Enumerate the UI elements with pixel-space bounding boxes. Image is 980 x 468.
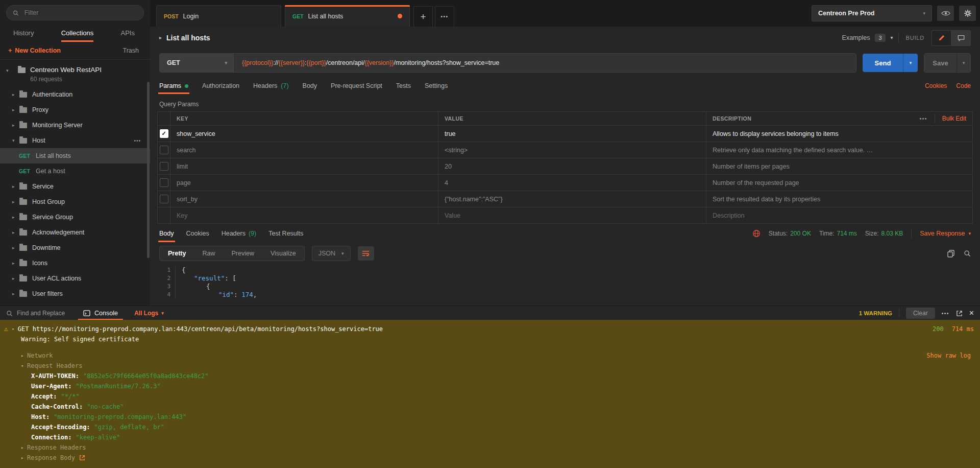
- param-key[interactable]: show_service: [170, 126, 438, 142]
- wrap-lines-button[interactable]: [358, 246, 374, 261]
- new-collection-button[interactable]: +New Collection: [8, 47, 61, 54]
- show-raw-log-link[interactable]: Show raw log: [926, 350, 975, 361]
- examples-label[interactable]: Examples: [842, 34, 870, 41]
- tab-settings[interactable]: Settings: [425, 77, 448, 95]
- console-network-section[interactable]: ▸ Network Show raw log: [4, 350, 975, 361]
- chevron-down-icon[interactable]: ▾: [12, 324, 18, 334]
- param-value[interactable]: 4: [438, 175, 706, 191]
- sidebar-item-get-a-host[interactable]: GETGet a host: [0, 163, 150, 179]
- method-selector[interactable]: GET ▾: [160, 54, 235, 72]
- save-options-button[interactable]: ▾: [957, 54, 970, 72]
- sidebar-item-service-group[interactable]: ▸Service Group: [0, 209, 150, 225]
- checkbox-unchecked[interactable]: [160, 178, 168, 187]
- tab-response-cookies[interactable]: Cookies: [186, 224, 209, 243]
- tab-response-body[interactable]: Body: [159, 224, 174, 243]
- network-warning-globe-icon[interactable]: [752, 229, 761, 238]
- comments-button[interactable]: [951, 30, 971, 46]
- param-value[interactable]: 20: [438, 158, 706, 174]
- code-link[interactable]: Code: [956, 82, 971, 89]
- sidebar-search[interactable]: [6, 5, 144, 20]
- bulk-edit-link[interactable]: Bulk Edit: [942, 115, 966, 122]
- checkbox-unchecked[interactable]: [160, 162, 168, 171]
- tab-test-results[interactable]: Test Results: [268, 224, 303, 243]
- search-response-icon[interactable]: [964, 250, 971, 257]
- chevron-right-icon[interactable]: ▸: [21, 453, 27, 463]
- send-button[interactable]: Send ▾: [863, 54, 918, 72]
- request-tab-list-all-hosts[interactable]: GETList all hosts: [285, 5, 410, 27]
- param-value[interactable]: <string>: [438, 142, 706, 158]
- param-description[interactable]: Sort the resulted data by its properties: [706, 191, 972, 207]
- tab-collections[interactable]: Collections: [61, 29, 94, 42]
- param-value[interactable]: true: [438, 126, 706, 142]
- sidebar-item-authentication[interactable]: ▸Authentication: [0, 87, 150, 102]
- tab-headers[interactable]: Headers(7): [253, 77, 289, 95]
- external-link-icon[interactable]: [79, 455, 85, 461]
- cookies-link[interactable]: Cookies: [925, 82, 947, 89]
- filter-input[interactable]: [23, 9, 137, 17]
- sidebar-item-acknowledgement[interactable]: ▸Acknowledgement: [0, 225, 150, 240]
- new-tab-button[interactable]: +: [413, 6, 433, 27]
- tab-authorization[interactable]: Authorization: [202, 77, 239, 95]
- more-actions-icon[interactable]: •••: [134, 138, 141, 144]
- tab-response-headers[interactable]: Headers(9): [222, 224, 257, 243]
- tab-history[interactable]: History: [13, 29, 34, 42]
- console-request-headers-section[interactable]: ▾ Request Headers: [4, 361, 975, 371]
- param-key[interactable]: search: [170, 142, 438, 158]
- view-preview[interactable]: Preview: [223, 246, 262, 261]
- save-button[interactable]: Save ▾: [924, 53, 971, 73]
- url-input[interactable]: {{protocol}}://{{server}}:{{port}}/centr…: [235, 54, 856, 72]
- param-key[interactable]: limit: [170, 158, 438, 174]
- tab-apis[interactable]: APIs: [121, 29, 135, 42]
- param-description[interactable]: Number of items per pages: [706, 158, 972, 174]
- console-response-headers-section[interactable]: ▸ Response Headers: [4, 442, 975, 453]
- checkbox-unchecked[interactable]: [160, 195, 168, 203]
- chevron-down-icon[interactable]: ▾: [21, 361, 27, 371]
- param-description[interactable]: Allows to display services belonging to …: [706, 126, 972, 142]
- chevron-right-icon[interactable]: ▸: [159, 35, 162, 40]
- chevron-down-icon[interactable]: ▾: [891, 35, 893, 40]
- sidebar-item-user-acl-actions[interactable]: ▸User ACL actions: [0, 271, 150, 286]
- find-and-replace-button[interactable]: Find and Replace: [6, 310, 65, 317]
- sidebar-item-host[interactable]: ▾Host•••: [0, 133, 150, 148]
- open-in-new-window-icon[interactable]: [956, 310, 963, 317]
- param-key[interactable]: page: [170, 175, 438, 191]
- copy-icon[interactable]: [947, 250, 954, 258]
- edit-request-button[interactable]: [932, 30, 951, 46]
- console-log[interactable]: ⚠ ▾ GET https://monitoring-preprod.compa…: [0, 320, 980, 468]
- format-selector[interactable]: JSON ▾: [312, 246, 351, 261]
- chevron-right-icon[interactable]: ▸: [21, 442, 27, 453]
- send-options-button[interactable]: ▾: [903, 54, 918, 72]
- view-raw[interactable]: Raw: [194, 246, 223, 261]
- clear-console-button[interactable]: Clear: [906, 308, 935, 319]
- sidebar-item-icons[interactable]: ▸Icons: [0, 255, 150, 271]
- environment-selector[interactable]: Centreon Pre Prod ▾: [812, 5, 932, 21]
- sidebar-item-service[interactable]: ▸Service: [0, 179, 150, 194]
- console-options-icon[interactable]: •••: [942, 311, 949, 316]
- param-description-placeholder[interactable]: Description: [706, 207, 972, 223]
- console-response-body-section[interactable]: ▸ Response Body: [4, 453, 975, 463]
- save-response-button[interactable]: Save Response▾: [920, 230, 971, 237]
- tab-options-button[interactable]: •••: [435, 6, 454, 27]
- view-visualize[interactable]: Visualize: [262, 246, 304, 261]
- log-filter-selector[interactable]: All Logs ▾: [134, 310, 164, 317]
- chevron-right-icon[interactable]: ▸: [21, 350, 27, 361]
- environment-quick-look-button[interactable]: [937, 6, 954, 21]
- sidebar-item-list-all-hosts[interactable]: GETList all hosts: [0, 148, 150, 163]
- settings-button[interactable]: [959, 6, 976, 21]
- close-console-icon[interactable]: ×: [969, 309, 974, 317]
- collection-root[interactable]: ▾ Centreon Web RestAPI 60 requests: [0, 60, 150, 87]
- console-tab[interactable]: Console: [78, 306, 123, 320]
- sidebar-item-downtime[interactable]: ▸Downtime: [0, 240, 150, 255]
- trash-button[interactable]: Trash: [123, 47, 139, 54]
- param-key-placeholder[interactable]: Key: [170, 207, 438, 223]
- request-tab-login[interactable]: POSTLogin: [156, 5, 281, 27]
- tab-body[interactable]: Body: [303, 77, 317, 95]
- sidebar-item-host-group[interactable]: ▸Host Group: [0, 194, 150, 209]
- sidebar-item-user-filters[interactable]: ▸User filters: [0, 286, 150, 301]
- sidebar-item-proxy[interactable]: ▸Proxy: [0, 102, 150, 118]
- chevron-down-icon[interactable]: ▾: [6, 68, 13, 83]
- sidebar-item-monitoring-server[interactable]: ▸Monitoring Server: [0, 118, 150, 133]
- checkbox-unchecked[interactable]: [160, 146, 168, 154]
- sidebar-scrollbar[interactable]: [147, 82, 150, 258]
- table-options-icon[interactable]: •••: [920, 116, 927, 122]
